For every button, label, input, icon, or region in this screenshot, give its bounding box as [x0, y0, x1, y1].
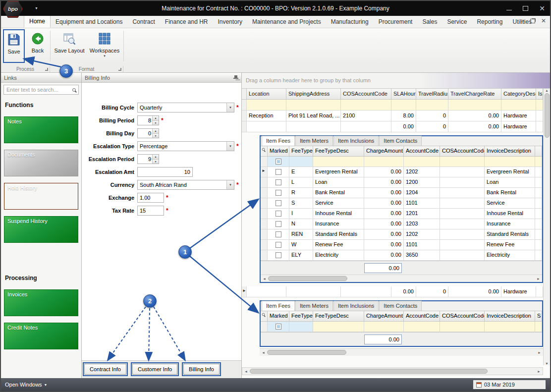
scrollbar-thumb[interactable] — [545, 93, 550, 138]
filter-cell[interactable] — [404, 322, 440, 332]
spin-down-icon[interactable]: ▼ — [153, 134, 159, 138]
mdi-close-icon[interactable]: ✕ — [541, 18, 546, 24]
chevron-down-icon[interactable]: ▼ — [226, 142, 234, 151]
tab-home[interactable]: Home — [24, 15, 51, 28]
filter-cell[interactable] — [364, 157, 404, 167]
fee-row[interactable]: S Service 0.00 1101 Service — [261, 198, 542, 209]
scroll-up-icon[interactable]: ▲ — [543, 89, 550, 92]
column-header-fee-type[interactable]: FeeType — [289, 311, 313, 322]
column-header-cos-account-code[interactable]: COSAccountCode — [440, 146, 485, 157]
tab-item-fees[interactable]: Item Fees — [262, 136, 295, 146]
marked-checkbox[interactable] — [276, 190, 281, 196]
filter-cell[interactable] — [289, 157, 313, 167]
filter-cell[interactable] — [289, 322, 313, 332]
detail-horizontal-scrollbar[interactable]: ◄ ► — [261, 275, 542, 282]
tab-item-contacts[interactable]: Item Contacts — [379, 136, 422, 146]
quick-access-dropdown-icon[interactable]: ▼ — [35, 6, 38, 10]
tab-item-inclusions[interactable]: Item Inclusions — [333, 136, 379, 146]
tab-service[interactable]: Service — [442, 16, 472, 28]
escalation-period-stepper[interactable]: 9 ▲▼ — [137, 154, 159, 164]
close-button[interactable]: ✕ — [539, 5, 545, 12]
chevron-down-icon[interactable]: ▼ — [226, 103, 234, 112]
grid-horizontal-scrollbar[interactable]: ◄ ► — [242, 367, 543, 375]
column-header-account-code[interactable]: AccountCode — [404, 311, 440, 322]
grid-vertical-scrollbar[interactable]: ▲ ▼ — [543, 89, 550, 365]
tab-item-meters[interactable]: Item Meters — [295, 136, 333, 146]
workspaces-button[interactable]: Workspaces ▾ — [87, 30, 122, 58]
tab-item-meters[interactable]: Item Meters — [295, 301, 333, 311]
column-header-category-desc[interactable]: CategoryDesc — [501, 89, 536, 100]
back-button[interactable]: Back — [28, 30, 48, 54]
filter-cell[interactable] — [391, 100, 416, 111]
column-header-travel-charge-rate[interactable]: TravelChargeRate — [448, 89, 501, 100]
date-field[interactable]: 03 Mar 2019 — [473, 380, 546, 390]
column-header-fee-type-desc[interactable]: FeeTypeDesc — [313, 311, 364, 322]
column-header-marked[interactable]: Marked — [268, 311, 289, 322]
fee-row[interactable]: ELY Electricity 0.00 3650 Electricity — [261, 250, 542, 261]
group-by-bar[interactable]: Drag a column header here to group by th… — [242, 73, 550, 89]
tab-item-contacts[interactable]: Item Contacts — [379, 301, 422, 311]
filter-cell[interactable] — [536, 100, 543, 111]
currency-select[interactable]: South African Rand ▼ — [137, 180, 234, 190]
filter-cell[interactable] — [501, 100, 536, 111]
marked-checkbox[interactable] — [276, 231, 281, 237]
pin-icon[interactable] — [233, 75, 238, 81]
credit-notes-button[interactable]: Credit Notes — [4, 323, 78, 349]
column-header-cos-account-code[interactable]: COSAccountCode — [341, 89, 391, 100]
tax-rate-field[interactable]: 15 — [137, 206, 164, 216]
filter-cell[interactable] — [313, 322, 364, 332]
column-header-location[interactable]: Location — [247, 89, 286, 100]
spin-down-icon[interactable]: ▼ — [153, 121, 159, 125]
column-header-invoice-description[interactable]: InvoiceDescription — [485, 146, 535, 157]
column-header-travel-radius[interactable]: TravelRadius — [416, 89, 448, 100]
fee-row[interactable]: R Bank Rental 0.00 1204 Bank Rental — [261, 188, 542, 198]
column-header-fee-type[interactable]: FeeType — [289, 146, 313, 157]
column-header-shipping-address[interactable]: ShippingAddress — [286, 89, 341, 100]
filter-cell[interactable] — [440, 322, 485, 332]
scrollbar-thumb[interactable] — [250, 369, 488, 374]
tab-item-inclusions[interactable]: Item Inclusions — [333, 301, 379, 311]
mdi-minimize-icon[interactable]: – — [521, 18, 524, 24]
marked-filter-checkbox[interactable] — [276, 159, 281, 165]
dialog-launcher-icon[interactable] — [45, 68, 48, 71]
scroll-right-icon[interactable]: ► — [535, 370, 543, 373]
tab-billing-info[interactable]: Billing Info — [183, 364, 220, 375]
hold-history-button[interactable]: Hold History — [4, 183, 78, 210]
spin-up-icon[interactable]: ▲ — [153, 129, 159, 134]
tab-manufacturing[interactable]: Manufacturing — [326, 16, 374, 28]
scroll-right-icon[interactable]: ► — [536, 351, 543, 354]
exchange-field[interactable]: 1.00 — [137, 193, 164, 203]
escalation-amt-field[interactable]: 10 — [137, 167, 193, 177]
filter-cell[interactable] — [448, 100, 501, 111]
tab-maintenance-and-projects[interactable]: Maintenance and Projects — [247, 16, 326, 28]
table-row[interactable]: ► 0.00 0 0.00 Hardware — [242, 286, 543, 297]
scroll-left-icon[interactable]: ◄ — [242, 370, 250, 373]
save-button[interactable]: Save — [4, 31, 24, 55]
tab-equipment-and-locations[interactable]: Equipment and Locations — [51, 16, 127, 28]
spin-up-icon[interactable]: ▲ — [153, 116, 159, 121]
column-header-ise[interactable]: IsE — [536, 89, 543, 100]
scroll-left-icon[interactable]: ◄ — [261, 277, 268, 280]
marked-checkbox[interactable] — [276, 252, 281, 258]
mdi-restore-icon[interactable] — [530, 19, 535, 23]
column-header-charge-amount[interactable]: ChargeAmount — [364, 311, 404, 322]
filter-cell-marked[interactable] — [268, 157, 289, 167]
scroll-right-icon[interactable]: ► — [535, 277, 542, 280]
tab-item-fees[interactable]: Item Fees — [262, 301, 295, 311]
scrollbar-thumb[interactable] — [268, 276, 347, 281]
column-header-sla-hours[interactable]: SLAHours — [391, 89, 416, 100]
filter-cell[interactable] — [416, 100, 448, 111]
save-layout-button[interactable]: Save Layout — [54, 30, 85, 54]
workspaces-dropdown-icon[interactable]: ▾ — [104, 54, 106, 58]
tab-sales[interactable]: Sales — [417, 16, 442, 28]
minimize-button[interactable] — [506, 7, 512, 10]
fee-row[interactable]: N Insurance 0.00 1203 Insurance — [261, 219, 542, 229]
tab-reporting[interactable]: Reporting — [472, 16, 507, 28]
tab-finance-and-hr[interactable]: Finance and HR — [160, 16, 213, 28]
marked-checkbox[interactable] — [276, 242, 281, 248]
filter-cell[interactable] — [313, 157, 364, 167]
fee-row[interactable]: REN Standard Rentals 0.00 1202 Standard … — [261, 229, 542, 240]
scrollbar-thumb[interactable] — [267, 350, 346, 355]
chevron-down-icon[interactable]: ▼ — [226, 180, 234, 189]
filter-cell[interactable] — [535, 157, 542, 167]
